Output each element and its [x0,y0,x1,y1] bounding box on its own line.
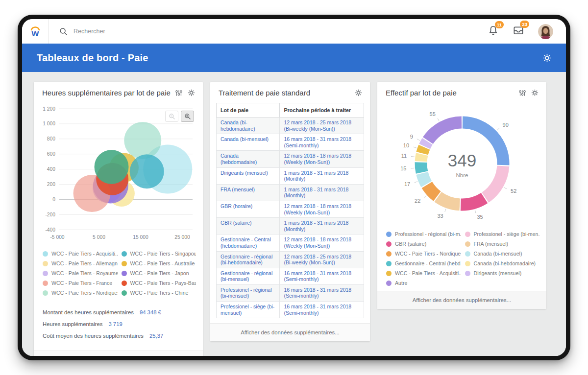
show-more-data-link[interactable]: Afficher des données supplémentaires... [210,323,370,341]
donut-segment-Dirigeants (mensuel)[interactable] [424,141,427,146]
legend-item[interactable]: WCC - Paie Tiers - Australie [122,260,196,266]
period-link[interactable]: 12 mars 2018 - 18 mars 2018 (Weekly (Mon… [280,201,364,217]
pay-group-link[interactable]: Canada (bi-mensuel) [217,134,280,151]
label-leader-line [444,209,445,212]
stat-value-link[interactable]: 3 719 [108,321,122,327]
show-more-data-link[interactable]: Afficher des données supplémentaires... [34,351,203,356]
legend-item[interactable]: Professionel - siège (bi-men... [465,231,540,237]
legend-item[interactable]: WCC - Paie Tiers - France [43,280,118,286]
pay-group-link[interactable]: Gestionnaire - régional (bi-mensuel) [217,268,280,284]
legend-item[interactable]: WCC - Paie Tiers - Royaume... [43,270,118,276]
bubble-WCC - Paie Tiers - Singapour[interactable] [130,154,164,188]
profile-avatar[interactable] [538,24,553,39]
pay-group-link[interactable]: Professionel - siège (bi-mensuel) [217,302,280,318]
pay-group-link[interactable]: Canada (bi-hebdomadaire) [217,117,280,134]
legend-item[interactable]: GBR (salaire) [386,241,461,247]
card-headcount-actions [518,89,539,97]
period-link[interactable]: 12 mars 2018 - 18 mars 2018 (Weekly (Mon… [280,151,364,167]
stat-value-link[interactable]: 25,37 [149,333,163,339]
period-link[interactable]: 16 mars 2018 - 31 mars 2018 (Semi-monthl… [280,268,364,284]
zoom-out-button[interactable] [165,111,178,122]
legend-item[interactable]: WCC - Paie Tiers - Japon [122,270,196,276]
legend-item[interactable]: Canada (bi-mensuel) [465,251,540,257]
show-more-data-link[interactable]: Afficher des données supplémentaires... [377,291,546,309]
legend-item[interactable]: WCC - Paie Tiers - Singapour [122,251,196,257]
card-settings-button[interactable] [354,89,363,97]
y-axis-tick: 800 [47,136,55,141]
legend-item[interactable]: Canada (bi-hebdomadaire) [465,260,540,266]
search-icon [59,27,68,36]
pay-group-link[interactable]: GBR (horaire) [217,201,280,217]
donut-segment-Autre[interactable] [428,122,462,141]
legend-item[interactable]: WCC - Paie Tiers - Pays-Bas [122,280,196,286]
period-link[interactable]: 16 mars 2018 - 31 mars 2018 (Semi-monthl… [280,134,364,151]
segment-value-label: 33 [437,213,443,219]
legend-item[interactable]: Autre [386,280,461,286]
legend-item[interactable]: Gestionnaire - Central (hebd... [386,260,461,266]
legend-label: WCC - Paie Tiers - Acquisiti... [395,270,461,276]
dashboard-settings-button[interactable] [542,53,552,63]
card-settings-button[interactable] [531,89,539,97]
search-input[interactable] [74,28,279,35]
donut-chart: 905235332217151110955349Nbre [381,102,543,226]
card-payroll-header: Traitement de paie standard [210,82,370,100]
card-headcount-header: Effectif par lot de paie [377,82,546,100]
pay-group-link[interactable]: Professionel - régional (bi-mensuel) [217,284,280,301]
period-link[interactable]: 1 mars 2018 - 31 mars 2018 (Monthly) [280,184,364,201]
legend-item[interactable]: WCC - Paie Tiers - Acquisiti... [43,251,118,257]
legend-item[interactable]: WCC - Paie Tiers - Nordiques [386,251,461,257]
gear-icon [187,89,196,97]
notifications-button[interactable]: 11 [488,25,499,38]
period-link[interactable]: 1 mars 2018 - 31 mars 2018 (Monthly) [280,218,364,234]
legend-item[interactable]: Dirigeants (mensuel) [465,270,540,276]
pay-group-link[interactable]: Gestionnaire - Central (hebdomadaire) [217,234,280,251]
legend-swatch [465,241,470,247]
donut-segment-WCC - Paie Tiers - Nordiques[interactable] [427,185,437,196]
y-axis-tick: 1 000 [43,121,55,126]
pay-group-link[interactable]: Gestionnaire - régional (bi-hebdomadaire… [217,251,280,268]
period-link[interactable]: 16 mars 2018 - 31 mars 2018 (Semi-monthl… [280,284,364,301]
legend-item[interactable]: Professionel - régional (bi-m... [386,231,461,237]
donut-segment-GBR (salaire)[interactable] [461,198,484,205]
legend-swatch [122,271,127,276]
donut-segment-Canada (bi-hebdomadaire)[interactable] [421,154,422,161]
notifications-badge: 11 [495,21,504,28]
period-link[interactable]: 16 mars 2018 - 31 mars 2018 (Semi-monthl… [280,302,364,318]
legend-item[interactable]: WCC - Paie Tiers - Chine [122,290,196,296]
pay-group-link[interactable]: FRA (mensuel) [217,184,280,201]
donut-segment-WCC - Paie Tiers - Acquisiti...[interactable] [422,147,424,153]
label-leader-line [411,156,415,157]
inbox-button[interactable]: 23 [513,24,524,38]
pay-group-link[interactable]: GBR (salaire) [217,218,280,234]
legend-item[interactable]: WCC - Paie Tiers - Acquisiti... [386,270,461,276]
pay-group-link[interactable]: Dirigeants (mensuel) [217,167,280,184]
donut-chart-area: 905235332217151110955349Nbre [377,100,546,226]
period-link[interactable]: 1 mars 2018 - 31 mars 2018 (Monthly) [280,167,364,184]
filters-button[interactable] [175,89,183,97]
card-settings-button[interactable] [187,89,196,97]
donut-segment-Canada (bi-mensuel)[interactable] [422,173,426,184]
workday-logo[interactable]: w [22,19,49,44]
zoom-in-button[interactable] [181,111,194,122]
stat-row: Montant des heures supplémentaires 94 34… [43,309,194,315]
legend-item[interactable]: WCC - Paie Tiers - Allemagne [43,260,118,266]
legend-item[interactable]: WCC - Paie Tiers - Nordiques [43,290,118,296]
y-axis-tick: -400 [45,227,55,233]
donut-segment-Gestionnaire - Central (hebd...[interactable] [421,163,422,172]
card-overtime-title: Heures supplémentaires par lot de paie [42,89,171,97]
bubble-WCC - Paie Tiers - Nordiques[interactable] [124,122,161,159]
legend-item[interactable]: FRA (mensuel) [465,241,540,247]
stat-value-link[interactable]: 94 348 € [140,309,161,315]
pay-group-link[interactable]: Canada (hebdomadaire) [217,151,280,167]
segment-value-label: 15 [400,165,406,171]
card-overtime-by-pay-group: Heures supplémentaires par lot de paie [34,82,203,356]
donut-segment-Professionel - siège (bi-men...[interactable] [485,166,503,197]
stat-row: Heures supplémentaires 3 719 [43,321,194,327]
period-link[interactable]: 12 mars 2018 - 25 mars 2018 (Bi-weekly (… [280,251,364,268]
filters-button[interactable] [518,89,526,97]
period-link[interactable]: 12 mars 2018 - 18 mars 2018 (Weekly (Mon… [280,234,364,251]
period-link[interactable]: 12 mars 2018 - 25 mars 2018 (Bi-weekly (… [280,117,364,134]
bubble-WCC - Paie Tiers - Chine[interactable] [95,150,129,184]
donut-segment-FRA (mensuel)[interactable] [438,197,459,205]
legend-swatch [465,232,470,237]
